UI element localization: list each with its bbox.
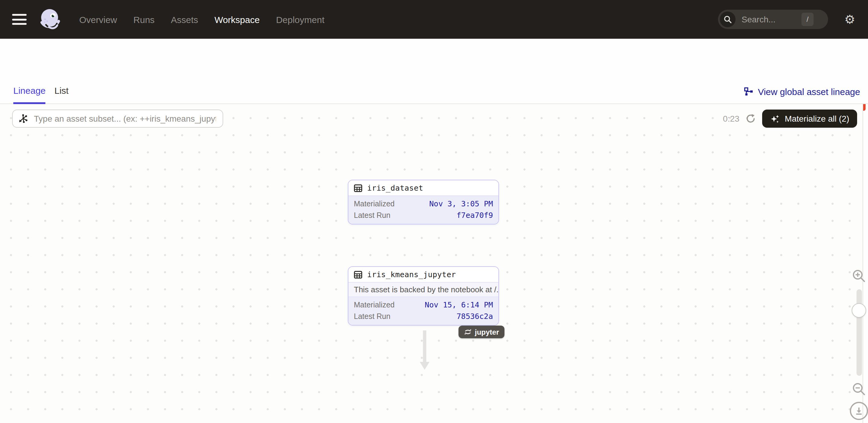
nav-item-overview[interactable]: Overview [79, 14, 117, 25]
canvas-actions: 0:23 Materialize all (2) [723, 110, 857, 128]
asset-description: This asset is backed by the notebook at … [348, 282, 498, 297]
table-icon [354, 270, 362, 279]
asset-subset-filter[interactable] [12, 110, 223, 128]
tab-lineage[interactable]: Lineage [13, 85, 46, 104]
zoom-slider[interactable] [856, 289, 862, 376]
view-global-asset-lineage-link[interactable]: View global asset lineage [744, 87, 860, 97]
asset-name: iris_kmeans_jupyter [367, 270, 456, 279]
nav-item-deployment[interactable]: Deployment [276, 14, 324, 25]
dagster-logo[interactable] [37, 7, 62, 32]
top-navigation-bar: Overview Runs Assets Workspace Deploymen… [0, 0, 868, 39]
zoom-out-icon[interactable] [852, 382, 866, 396]
nav-item-assets[interactable]: Assets [171, 14, 198, 25]
settings-gear-icon[interactable]: ⚙ [843, 13, 857, 26]
app-window: Overview Runs Assets Workspace Deploymen… [0, 0, 868, 423]
op-selector-icon [18, 114, 28, 123]
sparkle-icon [770, 114, 780, 124]
latest-run-row: Latest Run f7ea70f9 [354, 210, 493, 221]
menu-icon[interactable] [12, 14, 27, 25]
search-input[interactable] [740, 14, 800, 25]
asset-name: iris_dataset [367, 183, 423, 192]
search-shortcut-key: / [802, 13, 813, 26]
nav-item-workspace[interactable]: Workspace [214, 14, 260, 25]
materialize-all-button[interactable]: Materialize all (2) [763, 110, 857, 128]
tabs-row: Lineage List View global asset lineage [0, 82, 868, 104]
lineage-graph-icon [744, 87, 754, 96]
download-image-icon[interactable] [850, 402, 868, 420]
edge-arrow [419, 330, 430, 370]
primary-nav: Overview Runs Assets Workspace Deploymen… [79, 14, 324, 25]
lineage-canvas[interactable]: 0:23 Materialize all (2) [0, 104, 863, 423]
asset-node-iris-kmeans-jupyter[interactable]: iris_kmeans_jupyter This asset is backed… [348, 266, 499, 326]
asset-subset-input[interactable] [33, 113, 217, 124]
zoom-in-icon[interactable] [852, 269, 866, 283]
run-id-link[interactable]: f7ea70f9 [457, 210, 493, 220]
page: Overview Runs Assets Workspace Deploymen… [0, 0, 868, 423]
compute-kind-tag-jupyter[interactable]: jupyter [459, 326, 504, 338]
zoom-slider-thumb[interactable] [852, 303, 866, 318]
zoom-controls [850, 269, 867, 420]
jupyter-icon [464, 328, 472, 336]
tab-list[interactable]: List [55, 85, 69, 102]
latest-run-row: Latest Run 78536c2a [354, 311, 493, 322]
refresh-timer: 0:23 [723, 114, 740, 123]
materialized-row: Materialized Nov 3, 3:05 PM [354, 199, 493, 210]
table-icon [354, 184, 362, 192]
refresh-icon[interactable] [746, 114, 756, 123]
search-icon [720, 11, 736, 27]
global-search[interactable]: / [718, 10, 828, 29]
nav-item-runs[interactable]: Runs [133, 14, 155, 25]
page-header: template_tutorial Asset Group in templat… [0, 39, 868, 82]
materialized-row: Materialized Nov 15, 6:14 PM [354, 300, 493, 311]
run-id-link[interactable]: 78536c2a [457, 311, 493, 321]
asset-node-iris-dataset[interactable]: iris_dataset Materialized Nov 3, 3:05 PM… [348, 180, 499, 224]
